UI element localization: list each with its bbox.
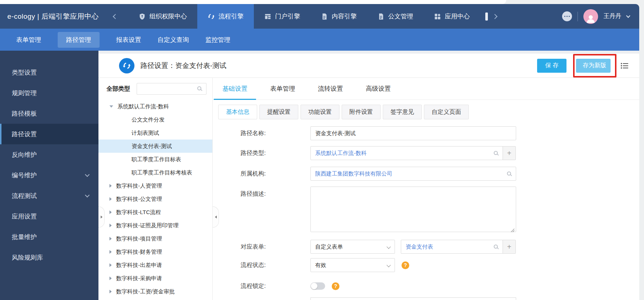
form-type-select[interactable]: 自定义表单 (310, 240, 395, 254)
chevron-right-icon (492, 14, 497, 19)
tree-node[interactable]: 数字科技-工资/资金审批 (98, 285, 212, 298)
content-top-gap (98, 51, 639, 54)
avatar[interactable] (583, 9, 598, 24)
document-icon (377, 13, 385, 20)
help-icon[interactable]: ? (402, 261, 409, 269)
tree-node[interactable]: 数字科技-项目管理 (98, 232, 212, 245)
subnav-item-path-mgmt[interactable]: 路径管理 (58, 32, 100, 48)
triangle-collapsed-icon[interactable] (109, 237, 112, 241)
field-label: 流程状态: (241, 258, 266, 272)
subnav-item-report-settings[interactable]: 报表设置 (116, 36, 141, 44)
more-options-button[interactable] (562, 11, 572, 21)
workflow-lock-toggle[interactable] (310, 282, 325, 290)
tree-node-selected[interactable]: 资金支付表-测试 (98, 140, 212, 153)
help-icon[interactable]: ? (332, 282, 339, 290)
triangle-collapsed-icon[interactable] (109, 224, 112, 227)
sidebar-item-reverse-maintain[interactable]: 反向维护 (0, 144, 98, 165)
subtab-custom-page[interactable]: 自定义页面 (424, 105, 469, 119)
tab-flow-settings[interactable]: 流转设置 (309, 78, 352, 100)
form-row-workflow-lock: 流程锁定: ? (213, 279, 639, 293)
tree-node[interactable]: 数字科技-公文管理 (98, 192, 212, 206)
nav-item-official-doc[interactable]: 公文管理 (367, 4, 424, 29)
nav-scroll-left-button[interactable] (114, 4, 117, 29)
nav-item-org-permission-center[interactable]: 组织权限中心 (128, 4, 197, 29)
tree-collapse-handle[interactable] (213, 206, 219, 228)
subnav-item-monitor-mgmt[interactable]: 监控管理 (205, 36, 230, 44)
content-header: 路径设置：资金支付表-测试 保 存 存为新版 (98, 54, 639, 78)
search-icon[interactable] (494, 245, 498, 249)
sidebar-item-path-settings[interactable]: 路径设置 (0, 124, 98, 144)
portal-icon (264, 13, 271, 20)
organization-input[interactable] (310, 167, 516, 181)
path-type-input[interactable] (310, 146, 503, 160)
triangle-collapsed-icon[interactable] (109, 197, 112, 201)
tree-node[interactable]: 公文文件分发 (98, 113, 212, 126)
triangle-collapsed-icon[interactable] (109, 250, 112, 254)
search-icon[interactable] (494, 151, 498, 155)
nav-item-app-center[interactable]: 应用中心 (424, 4, 480, 29)
nav-scroll-right-button[interactable] (492, 13, 498, 20)
triangle-collapsed-icon[interactable] (109, 184, 112, 188)
resize-handle-icon[interactable] (511, 227, 515, 231)
nav-item-portal-engine[interactable]: 门户引擎 (254, 4, 310, 29)
chevron-down-icon[interactable] (626, 14, 630, 18)
sidebar-item-path-template[interactable]: 路径模板 (0, 103, 98, 124)
sidebar-item-type-settings[interactable]: 类型设置 (0, 62, 98, 83)
tree-node[interactable]: 职工季度工作目标考核表 (98, 166, 212, 179)
sidebar-item-rule-mgmt[interactable]: 规则管理 (0, 83, 98, 103)
tree-node[interactable]: 数字科技-采购申请 (98, 272, 212, 285)
subtab-attachment-settings[interactable]: 附件设置 (342, 105, 381, 119)
sidebar-item-batch-maintain[interactable]: 批量维护 (0, 227, 98, 247)
triangle-collapsed-icon[interactable] (109, 290, 112, 293)
document-icon (321, 13, 328, 20)
triangle-collapsed-icon[interactable] (109, 263, 112, 267)
add-linked-form-button[interactable]: + (503, 240, 516, 254)
subtab-basic-info[interactable]: 基本信息 (218, 105, 257, 119)
tab-advanced-settings[interactable]: 高级设置 (357, 78, 399, 100)
nav-overflow (485, 4, 498, 29)
field-label: 路径名称: (241, 126, 266, 140)
linked-form-input[interactable] (401, 240, 503, 254)
chevron-left-icon (113, 14, 118, 19)
tree-node[interactable]: 计划表测试 (98, 126, 212, 140)
tree-node[interactable]: 职工季度工作目标表 (98, 153, 212, 166)
main-tabs: 基础设置 表单管理 流转设置 高级设置 (213, 78, 639, 100)
search-icon[interactable] (507, 171, 511, 176)
tab-form-mgmt[interactable]: 表单管理 (262, 78, 304, 100)
nav-item-workflow-engine[interactable]: 流程引擎 (197, 4, 254, 29)
triangle-collapsed-icon[interactable] (109, 276, 112, 280)
tree-node[interactable]: 数字科技-LTC流程 (98, 206, 212, 219)
save-as-new-version-button[interactable]: 存为新版 (576, 59, 611, 73)
subnav-item-custom-query[interactable]: 自定义查询 (158, 36, 189, 44)
sidebar-collapse-handle[interactable] (98, 206, 105, 228)
tree-node-root[interactable]: 系统默认工作流-数科 (98, 100, 212, 113)
subtab-reminder-settings[interactable]: 提醒设置 (259, 105, 298, 119)
save-button[interactable]: 保 存 (537, 59, 566, 73)
tree-node[interactable]: 数字科技-人资管理 (98, 179, 212, 192)
sidebar-item-number-maintain[interactable]: 编号维护 (0, 165, 98, 185)
tree-node[interactable]: 数字科技-财务管理 (98, 245, 212, 259)
tree-search-input[interactable] (137, 83, 206, 95)
add-path-type-button[interactable]: + (503, 146, 516, 160)
sidebar-item-workflow-test[interactable]: 流程测试 (0, 185, 98, 206)
subtab-signature-opinion[interactable]: 签字意见 (383, 105, 422, 119)
tree-node[interactable]: 数字科技-证照及用印管理 (98, 219, 212, 232)
user-name[interactable]: 王丹丹 (604, 12, 621, 20)
list-menu-icon[interactable] (620, 61, 629, 70)
workflow-status-select[interactable]: 有效 (310, 258, 395, 272)
sidebar-item-app-settings[interactable]: 应用设置 (0, 206, 98, 227)
subnav-item-form-mgmt[interactable]: 表单管理 (16, 36, 41, 44)
tree-node[interactable]: 数字科技-出差申请 (98, 259, 212, 272)
path-name-input[interactable] (310, 126, 516, 140)
form-row-path-type: 路径类型: + (213, 146, 639, 160)
description-textarea[interactable] (310, 187, 516, 232)
triangle-collapsed-icon[interactable] (109, 210, 112, 214)
sidebar-item-risk-rule-lib[interactable]: 风险规则库 (0, 247, 98, 268)
field-label: 对应表单: (241, 240, 266, 254)
nav-item-content-engine[interactable]: 内容引擎 (310, 4, 367, 29)
triangle-expanded-icon[interactable] (109, 105, 113, 108)
tree-list: 系统默认工作流-数科 公文文件分发 计划表测试 资金支付表-测试 职工季度工作目… (98, 100, 212, 298)
tab-basic-settings[interactable]: 基础设置 (214, 78, 256, 100)
subtab-function-settings[interactable]: 功能设置 (301, 105, 339, 119)
nav-item-label: 门户引擎 (275, 12, 300, 21)
